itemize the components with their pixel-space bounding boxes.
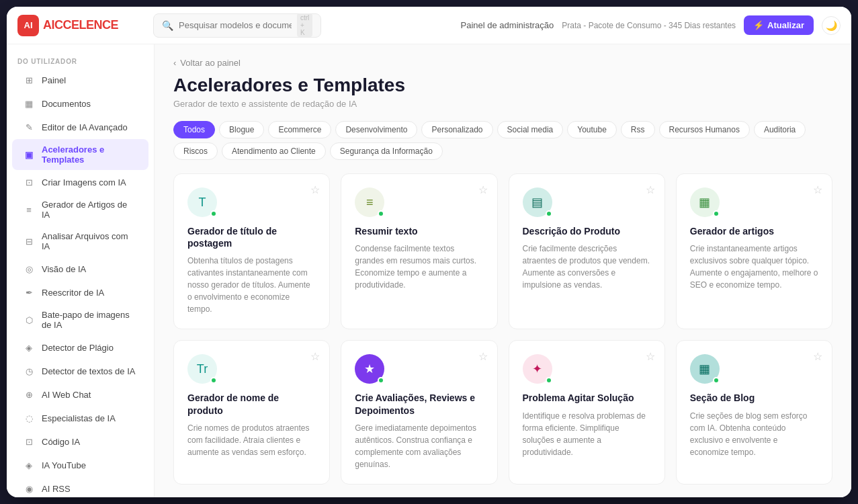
card-problema-agitar[interactable]: ☆ ✦ Problema Agitar Solução Identifique … xyxy=(509,340,665,484)
sidebar-icon-ia-youtube: ◈ xyxy=(23,459,35,471)
filter-tab-riscos[interactable]: Riscos xyxy=(173,142,218,160)
card-desc-problema-agitar: Identifique e resolva problemas de forma… xyxy=(523,410,651,458)
card-title-avaliacoes-reviews: Crie Avaliações, Reviews e Depoimentos xyxy=(355,392,483,416)
filter-tab-personalizado[interactable]: Personalizado xyxy=(421,121,492,138)
sidebar-item-detector-plagio[interactable]: ◈ Detector de Plágio xyxy=(12,336,148,359)
card-secao-blog[interactable]: ☆ ▦ Seção de Blog Crie seções de blog se… xyxy=(676,340,832,484)
topbar: AI AICCELENCE 🔍 ctrl + K Painel de admin… xyxy=(7,7,851,44)
search-icon: 🔍 xyxy=(162,20,173,31)
sidebar-section-label: DO UTILIZADOR xyxy=(7,52,154,68)
breadcrumb-label: Voltar ao painel xyxy=(180,58,241,68)
sidebar-item-analisar-arquivos[interactable]: ⊟ Analisar Arquivos com IA xyxy=(12,226,148,257)
sidebar-icon-documentos: ▦ xyxy=(23,97,35,110)
card-title-descricao-produto: Descrição do Produto xyxy=(523,225,651,237)
upgrade-button[interactable]: ⚡ Atualizar xyxy=(744,15,814,35)
card-star-titulo-postagem[interactable]: ☆ xyxy=(310,183,320,196)
upgrade-label: Atualizar xyxy=(767,20,804,30)
search-shortcut: ctrl + K xyxy=(297,13,312,37)
card-star-resumir-texto[interactable]: ☆ xyxy=(478,183,488,196)
sidebar-icon-aceleradores: ▣ xyxy=(23,149,35,161)
sidebar-icon-ai-rss: ◉ xyxy=(23,482,35,495)
main-layout: DO UTILIZADOR ⊞ Painel ▦ Documentos ✎ Ed… xyxy=(7,44,851,497)
sidebar-icon-analisar-arquivos: ⊟ xyxy=(23,235,35,247)
breadcrumb[interactable]: ‹ Voltar ao painel xyxy=(173,58,832,68)
sidebar-label-editor: Editor de IA Avançado xyxy=(42,122,128,132)
sidebar-item-gerador-artigos[interactable]: ≡ Gerador de Artigos de IA xyxy=(12,194,148,225)
filter-tab-seguranca[interactable]: Segurança da Informação xyxy=(330,142,443,160)
filter-tab-ecommerce[interactable]: Ecommerce xyxy=(268,121,331,138)
sidebar-item-painel[interactable]: ⊞ Painel xyxy=(12,69,148,91)
sidebar-item-editor[interactable]: ✎ Editor de IA Avançado xyxy=(12,116,148,138)
filter-tab-auditoria[interactable]: Auditoria xyxy=(754,121,806,138)
admin-label: Painel de administração xyxy=(461,20,554,30)
sidebar-item-bate-papo[interactable]: ⬡ Bate-papo de imagens de IA xyxy=(12,304,148,335)
sidebar-icon-gerador-artigos: ≡ xyxy=(23,204,35,216)
sidebar-item-criar-imagens[interactable]: ⊡ Criar Imagens com IA xyxy=(12,171,148,194)
sidebar-icon-detector-plagio: ◈ xyxy=(23,341,35,353)
card-resumir-texto[interactable]: ☆ ≡ Resumir texto Condense facilmente te… xyxy=(341,173,497,329)
sidebar-icon-ai-web-chat: ⊕ xyxy=(23,388,35,401)
sidebar-item-ia-youtube[interactable]: ◈ IA YouTube xyxy=(12,454,148,476)
card-star-descricao-produto[interactable]: ☆ xyxy=(646,183,655,196)
card-icon-dot-avaliacoes-reviews xyxy=(378,377,384,384)
cards-grid-row2: ☆ Tr Gerador de nome de produto Crie nom… xyxy=(173,340,832,484)
card-desc-gerador-artigos: Crie instantaneamente artigos exclusivos… xyxy=(690,243,818,291)
logo-icon: AI xyxy=(17,15,39,36)
card-desc-secao-blog: Crie seções de blog sem esforço com IA. … xyxy=(690,410,818,458)
sidebar-label-visao-ia: Visão de IA xyxy=(42,264,86,274)
card-avaliacoes-reviews[interactable]: ☆ ★ Crie Avaliações, Reviews e Depoiment… xyxy=(341,340,497,484)
filter-tab-desenvolvimento[interactable]: Desenvolvimento xyxy=(335,121,417,138)
sidebar-label-criar-imagens: Criar Imagens com IA xyxy=(42,177,126,187)
sidebar-item-visao-ia[interactable]: ◎ Visão de IA xyxy=(12,257,148,280)
breadcrumb-arrow: ‹ xyxy=(173,58,176,68)
filter-tab-atendimento[interactable]: Atendimento ao Cliente xyxy=(222,142,326,160)
filter-tab-social-media[interactable]: Social media xyxy=(497,121,564,138)
card-star-avaliacoes-reviews[interactable]: ☆ xyxy=(478,350,488,363)
card-title-titulo-postagem: Gerador de título de postagem xyxy=(187,225,316,249)
card-desc-avaliacoes-reviews: Gere imediatamente depoimentos autêntico… xyxy=(355,422,483,470)
sidebar-label-documentos: Documentos xyxy=(42,99,91,109)
search-input[interactable] xyxy=(179,20,292,30)
card-title-gerador-nome-produto: Gerador de nome de produto xyxy=(187,392,316,416)
card-icon-dot-gerador-artigos xyxy=(713,210,720,217)
card-star-secao-blog[interactable]: ☆ xyxy=(813,350,822,363)
sidebar-item-especialistas[interactable]: ◌ Especialistas de IA xyxy=(12,407,148,429)
card-desc-resumir-texto: Condense facilmente textos grandes em re… xyxy=(355,243,483,291)
sidebar-item-ai-web-chat[interactable]: ⊕ AI Web Chat xyxy=(12,383,148,406)
sidebar-label-gerador-artigos: Gerador de Artigos de IA xyxy=(42,200,138,220)
sidebar-icon-reescritor: ✒ xyxy=(23,286,35,298)
sidebar-icon-painel: ⊞ xyxy=(23,74,35,86)
sidebar-item-documentos[interactable]: ▦ Documentos xyxy=(12,92,148,115)
card-icon-titulo-postagem: T xyxy=(187,187,217,217)
sidebar-icon-especialistas: ◌ xyxy=(23,412,35,424)
sidebar-item-reescritor[interactable]: ✒ Reescritor de IA xyxy=(12,281,148,304)
filter-tab-youtube[interactable]: Youtube xyxy=(567,121,617,138)
logo: AI AICCELENCE xyxy=(17,15,145,36)
card-descricao-produto[interactable]: ☆ ▤ Descrição do Produto Crie facilmente… xyxy=(509,173,665,329)
filter-tab-blogue[interactable]: Blogue xyxy=(219,121,264,138)
card-star-problema-agitar[interactable]: ☆ xyxy=(646,350,655,363)
sidebar-label-codigo-ia: Código IA xyxy=(42,437,80,447)
sidebar-item-ai-rss[interactable]: ◉ AI RSS xyxy=(12,477,148,497)
sidebar-item-codigo-ia[interactable]: ⊡ Código IA xyxy=(12,430,148,453)
filter-tab-todos[interactable]: Todos xyxy=(173,121,215,138)
card-icon-descricao-produto: ▤ xyxy=(523,187,552,217)
card-icon-dot-problema-agitar xyxy=(546,377,552,384)
card-icon-resumir-texto: ≡ xyxy=(355,187,384,217)
sidebar: DO UTILIZADOR ⊞ Painel ▦ Documentos ✎ Ed… xyxy=(7,44,155,497)
plan-label: Prata - Pacote de Consumo - 345 Dias res… xyxy=(562,21,736,30)
card-titulo-postagem[interactable]: ☆ T Gerador de título de postagem Obtenh… xyxy=(173,173,330,329)
filter-tab-recursos-humanos[interactable]: Recursos Humanos xyxy=(659,121,750,138)
search-box[interactable]: 🔍 ctrl + K xyxy=(153,13,321,38)
sidebar-label-analisar-arquivos: Analisar Arquivos com IA xyxy=(42,231,138,251)
filter-tab-rss[interactable]: Rss xyxy=(621,121,655,138)
card-star-gerador-artigos[interactable]: ☆ xyxy=(813,183,822,196)
card-gerador-nome-produto[interactable]: ☆ Tr Gerador de nome de produto Crie nom… xyxy=(173,340,330,484)
dark-mode-toggle[interactable]: 🌙 xyxy=(822,16,841,35)
card-star-gerador-nome-produto[interactable]: ☆ xyxy=(310,350,320,363)
sidebar-item-aceleradores[interactable]: ▣ Aceleradores e Templates xyxy=(12,139,148,170)
sidebar-item-detector-textos[interactable]: ◷ Detector de textos de IA xyxy=(12,360,148,382)
card-gerador-artigos[interactable]: ☆ ▦ Gerador de artigos Crie instantaneam… xyxy=(676,173,832,329)
sidebar-icon-detector-textos: ◷ xyxy=(23,365,35,377)
card-icon-secao-blog: ▦ xyxy=(690,354,720,384)
